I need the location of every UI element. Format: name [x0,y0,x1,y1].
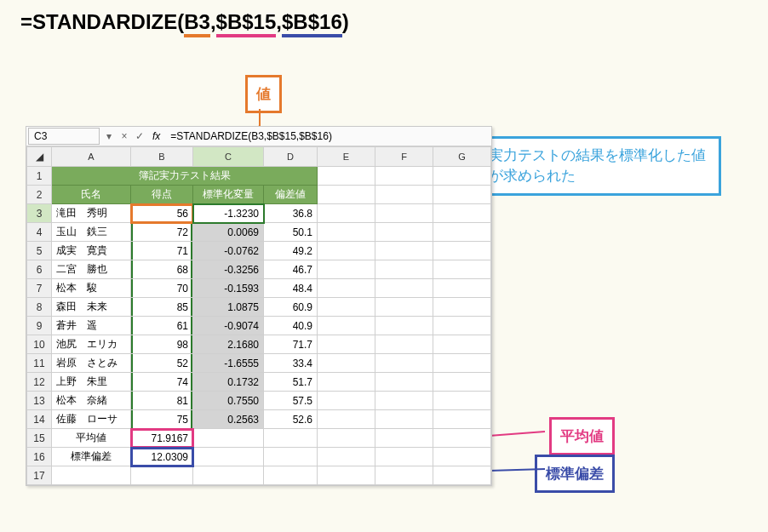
cell-score[interactable]: 61 [131,317,193,335]
cell-std[interactable]: -0.0762 [193,242,264,260]
cell-dev[interactable]: 33.4 [264,354,318,373]
cell-dev[interactable]: 40.9 [264,317,318,335]
cell-name[interactable]: 上野 朱里 [52,373,131,392]
formula-sep1: , [210,10,216,33]
spreadsheet: C3 ▾ × ✓ fx =STANDARDIZE(B3,$B$15,$B$16)… [26,126,492,486]
cell-name[interactable]: 玉山 鉄三 [52,223,131,242]
col-header-e[interactable]: E [318,147,375,167]
row-header[interactable]: 5 [27,242,52,260]
cell-std[interactable]: 2.1680 [193,335,264,354]
col-header-a[interactable]: A [52,147,131,167]
standardize-formula: =STANDARDIZE(B3,$B$15,$B$16) [10,10,758,37]
cancel-icon[interactable]: × [117,130,132,142]
row-header[interactable]: 17 [27,466,52,485]
cell-name[interactable]: 滝田 秀明 [52,204,131,223]
row-header[interactable]: 4 [27,223,52,242]
cell-std[interactable]: 0.7550 [193,392,264,410]
cell-dev[interactable]: 36.8 [264,204,318,223]
row-header[interactable]: 14 [27,410,52,429]
cell-score[interactable]: 72 [131,223,193,242]
col-header-c[interactable]: C [193,147,264,167]
name-box[interactable]: C3 [28,128,100,145]
row-header[interactable]: 16 [27,448,52,466]
title-cell[interactable]: 簿記実力テスト結果 [52,167,318,186]
cell-std[interactable]: 0.2563 [193,410,264,429]
cell-std[interactable]: -1.3230 [193,204,264,223]
cell-score[interactable]: 68 [131,260,193,279]
cell-score[interactable]: 81 [131,392,193,410]
formula-bar[interactable]: =STANDARDIZE(B3,$B$15,$B$16) [165,129,491,144]
cell-score[interactable]: 70 [131,279,193,298]
mean-value[interactable]: 71.9167 [131,429,193,448]
col-header-d[interactable]: D [264,147,318,167]
formula-arg2: $B$15 [216,12,277,37]
cell-name[interactable]: 岩原 さとみ [52,354,131,373]
cell-dev[interactable]: 52.6 [264,410,318,429]
cell-name[interactable]: 蒼井 遥 [52,317,131,335]
cell-dev[interactable]: 60.9 [264,298,318,317]
row-header[interactable]: 1 [27,167,52,186]
cell-dev[interactable]: 51.7 [264,373,318,392]
cell-name[interactable]: 松本 奈緒 [52,392,131,410]
cell-score[interactable]: 98 [131,335,193,354]
mean-label[interactable]: 平均値 [52,429,131,448]
header-dev[interactable]: 偏差値 [264,186,318,204]
row-header[interactable]: 6 [27,260,52,279]
callout-value: 値 [245,75,282,113]
cell-std[interactable]: -1.6555 [193,354,264,373]
callout-stddev: 標準偏差 [535,455,615,493]
cell-score[interactable]: 74 [131,373,193,392]
row-header[interactable]: 13 [27,392,52,410]
row-header[interactable]: 9 [27,317,52,335]
callout-result: 実力テストの結果を標準化した値が求められた [478,136,721,196]
cell-dev[interactable]: 46.7 [264,260,318,279]
cell-dev[interactable]: 71.7 [264,335,318,354]
row-header[interactable]: 10 [27,335,52,354]
row-header[interactable]: 3 [27,204,52,223]
fx-icon[interactable]: fx [147,130,165,142]
cell-score[interactable]: 85 [131,298,193,317]
cell-dev[interactable]: 50.1 [264,223,318,242]
row-header[interactable]: 2 [27,186,52,204]
formula-suffix: ) [342,10,349,33]
cell-score[interactable]: 75 [131,410,193,429]
col-header-g[interactable]: G [433,147,491,167]
cell-score[interactable]: 52 [131,354,193,373]
address-bar: C3 ▾ × ✓ fx =STANDARDIZE(B3,$B$15,$B$16) [26,127,491,146]
formula-prefix: =STANDARDIZE( [20,10,184,33]
row-header[interactable]: 15 [27,429,52,448]
sd-value[interactable]: 12.0309 [131,448,193,466]
cell-std[interactable]: -0.9074 [193,317,264,335]
cell-name[interactable]: 森田 未来 [52,298,131,317]
row-header[interactable]: 8 [27,298,52,317]
enter-icon[interactable]: ✓ [132,130,147,142]
col-header-f[interactable]: F [375,147,433,167]
grid[interactable]: ◢ A B C D E F G 1 簿記実力テスト結果 2 氏名 得点 標準化変… [26,146,491,485]
cell-std[interactable]: 1.0875 [193,298,264,317]
header-std[interactable]: 標準化変量 [193,186,264,204]
cell-std[interactable]: 0.1732 [193,373,264,392]
select-all-corner[interactable]: ◢ [27,147,52,167]
header-score[interactable]: 得点 [131,186,193,204]
formula-arg3: $B$16 [282,12,342,37]
cell-name[interactable]: 松本 駿 [52,279,131,298]
cell-name[interactable]: 佐藤 ローサ [52,410,131,429]
cell-dev[interactable]: 57.5 [264,392,318,410]
cell-dev[interactable]: 48.4 [264,279,318,298]
row-header[interactable]: 12 [27,373,52,392]
cell-dev[interactable]: 49.2 [264,242,318,260]
name-box-dropdown-icon[interactable]: ▾ [101,130,117,142]
cell-std[interactable]: 0.0069 [193,223,264,242]
cell-std[interactable]: -0.3256 [193,260,264,279]
cell-name[interactable]: 池尻 エリカ [52,335,131,354]
cell-name[interactable]: 成実 寛貴 [52,242,131,260]
col-header-b[interactable]: B [131,147,193,167]
cell-score[interactable]: 71 [131,242,193,260]
sd-label[interactable]: 標準偏差 [52,448,131,466]
cell-name[interactable]: 二宮 勝也 [52,260,131,279]
row-header[interactable]: 7 [27,279,52,298]
header-name[interactable]: 氏名 [52,186,131,204]
cell-std[interactable]: -0.1593 [193,279,264,298]
cell-score[interactable]: 56 [131,204,193,223]
row-header[interactable]: 11 [27,354,52,373]
